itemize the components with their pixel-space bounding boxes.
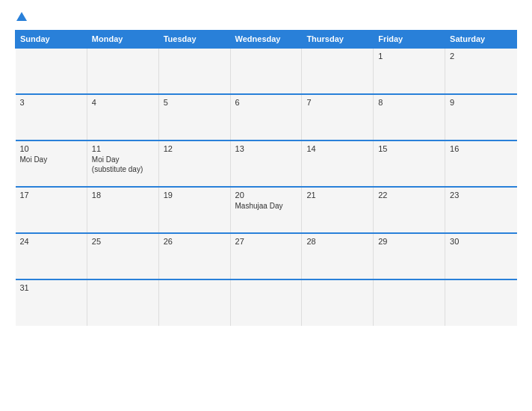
day-header-wednesday: Wednesday [230, 31, 302, 49]
calendar-cell [158, 279, 230, 326]
day-number: 9 [450, 98, 512, 107]
week-row: 3456789 [16, 94, 517, 140]
calendar-cell: 12 [158, 140, 230, 187]
day-number: 18 [92, 191, 154, 200]
calendar-cell: 29 [374, 233, 445, 279]
calendar-cell [445, 279, 517, 326]
calendar-cell [87, 279, 158, 326]
week-row: 12 [16, 48, 517, 94]
calendar-cell: 7 [302, 94, 374, 140]
day-number: 10 [20, 144, 82, 153]
day-header-friday: Friday [374, 31, 445, 49]
day-number: 17 [20, 191, 82, 200]
calendar-cell: 11Moi Day (substitute day) [87, 140, 158, 187]
calendar-cell: 10Moi Day [16, 140, 87, 187]
logo-triangle-icon [16, 12, 27, 21]
calendar-cell [230, 279, 302, 326]
calendar-cell: 14 [302, 140, 374, 187]
event-label: Mashujaa Day [235, 202, 283, 210]
calendar-cell: 3 [16, 94, 87, 140]
calendar-cell [302, 48, 374, 94]
calendar-cell: 17 [16, 187, 87, 233]
day-number: 21 [306, 191, 368, 200]
day-number: 23 [450, 191, 512, 200]
day-number: 2 [450, 52, 512, 61]
calendar-cell [230, 48, 302, 94]
calendar-cell: 23 [445, 187, 517, 233]
day-number: 15 [378, 144, 440, 153]
calendar-cell [87, 48, 158, 94]
calendar-cell: 18 [87, 187, 158, 233]
logo [15, 13, 27, 21]
day-number: 16 [450, 144, 512, 153]
calendar-cell: 26 [158, 233, 230, 279]
day-number: 25 [92, 237, 154, 246]
day-number: 24 [20, 237, 82, 246]
day-number: 28 [306, 237, 368, 246]
calendar-cell: 13 [230, 140, 302, 187]
day-number: 6 [235, 98, 297, 107]
day-number: 29 [378, 237, 440, 246]
day-number: 31 [20, 283, 82, 292]
day-number: 7 [306, 98, 368, 107]
day-number: 5 [164, 98, 226, 107]
event-label: Moi Day [20, 155, 48, 164]
calendar-cell: 30 [445, 233, 517, 279]
calendar-cell [302, 279, 374, 326]
calendar-cell: 8 [374, 94, 445, 140]
calendar-cell: 16 [445, 140, 517, 187]
day-number: 20 [235, 191, 297, 200]
week-row: 17181920Mashujaa Day212223 [16, 187, 517, 233]
calendar-cell: 25 [87, 233, 158, 279]
day-number: 4 [92, 98, 154, 107]
calendar-cell: 27 [230, 233, 302, 279]
day-header-saturday: Saturday [445, 31, 517, 49]
day-number: 11 [92, 144, 154, 153]
week-row: 24252627282930 [16, 233, 517, 279]
calendar-page: SundayMondayTuesdayWednesdayThursdayFrid… [0, 0, 532, 411]
day-number: 26 [164, 237, 226, 246]
header [15, 13, 517, 21]
calendar-cell: 4 [87, 94, 158, 140]
calendar-cell: 1 [374, 48, 445, 94]
calendar-cell: 24 [16, 233, 87, 279]
week-row: 31 [16, 279, 517, 326]
day-number: 12 [164, 144, 226, 153]
day-number: 1 [378, 52, 440, 61]
calendar-cell: 31 [16, 279, 87, 326]
calendar-cell: 9 [445, 94, 517, 140]
day-number: 14 [306, 144, 368, 153]
calendar-cell [16, 48, 87, 94]
calendar-cell: 20Mashujaa Day [230, 187, 302, 233]
day-header-sunday: Sunday [16, 31, 87, 49]
day-header-monday: Monday [87, 31, 158, 49]
day-number: 3 [20, 98, 82, 107]
day-number: 13 [235, 144, 297, 153]
calendar-cell [158, 48, 230, 94]
calendar-cell: 5 [158, 94, 230, 140]
calendar-cell: 28 [302, 233, 374, 279]
calendar-cell: 15 [374, 140, 445, 187]
calendar-cell: 22 [374, 187, 445, 233]
day-number: 27 [235, 237, 297, 246]
calendar-cell [374, 279, 445, 326]
calendar-cell: 2 [445, 48, 517, 94]
calendar-table: SundayMondayTuesdayWednesdayThursdayFrid… [15, 30, 517, 326]
day-header-tuesday: Tuesday [158, 31, 230, 49]
day-number: 30 [450, 237, 512, 246]
calendar-cell: 19 [158, 187, 230, 233]
day-number: 19 [164, 191, 226, 200]
event-label: Moi Day (substitute day) [92, 155, 143, 173]
day-number: 22 [378, 191, 440, 200]
day-header-thursday: Thursday [302, 31, 374, 49]
calendar-cell: 21 [302, 187, 374, 233]
week-row: 10Moi Day11Moi Day (substitute day)12131… [16, 140, 517, 187]
day-number: 8 [378, 98, 440, 107]
calendar-cell: 6 [230, 94, 302, 140]
header-row: SundayMondayTuesdayWednesdayThursdayFrid… [16, 31, 517, 49]
